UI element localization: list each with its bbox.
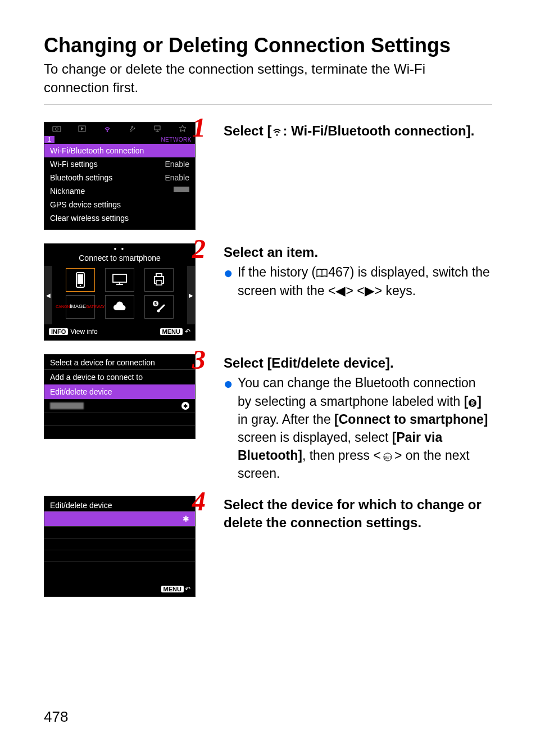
- svg-point-5: [276, 134, 278, 136]
- menu-row-nickname-label: Nickname: [50, 187, 85, 196]
- step-3-bullet: ● You can change the Bluetooth connectio…: [224, 374, 492, 482]
- step-1: 1 NETWORK Wi-Fi/Bluetooth connection Wi-…: [44, 122, 492, 230]
- info-button: INFOView info: [49, 328, 98, 336]
- step-3-bullet-a: You can change the Bluetooth connection …: [238, 375, 476, 408]
- cell-image-gateway-icon: CANONiMAGEGATEWAY: [66, 295, 95, 319]
- step-number-1: 1: [192, 114, 206, 141]
- menu-back-button: MENU↶: [161, 585, 190, 593]
- svg-rect-0: [53, 126, 61, 132]
- cell-monitor-icon: [105, 268, 134, 292]
- menu-row-gps: GPS device settings: [44, 198, 195, 211]
- step-2-bullet: ● If the history (467) is displayed, swi…: [224, 263, 492, 299]
- svg-text:SET: SET: [384, 455, 392, 459]
- step-number-2: 2: [192, 236, 206, 262]
- bluetooth-indicator-icon: ✱: [183, 514, 189, 523]
- row-add-device: Add a device to connect to: [44, 370, 195, 384]
- step-3-title: Select [Edit/delete device].: [224, 354, 492, 372]
- row-edit-delete: Edit/delete device: [44, 384, 195, 399]
- screenshot-connect-smartphone: ● ● Connect to smartphone ◀ CANONiMAGEGA…: [44, 243, 196, 341]
- menu-row-wifi-bt-label: Wi-Fi/Bluetooth connection: [50, 146, 144, 155]
- screenshot-edit-delete-device: Edit/delete device ✱ MENU↶: [44, 496, 196, 597]
- step-3-bullet-text: You can change the Bluetooth connection …: [238, 374, 492, 482]
- cell-printer-icon: [144, 268, 174, 292]
- menu-row-nickname: Nickname: [44, 184, 195, 198]
- menu-back-button: MENU↶: [160, 328, 190, 336]
- menu-row-clear: Clear wireless settings: [44, 211, 195, 225]
- tab-play-icon: [70, 123, 95, 135]
- step-2-bullet-ref: 467: [328, 265, 349, 279]
- shot3-heading: Select a device for connection: [44, 355, 195, 369]
- bullet-dot-icon: ●: [224, 374, 238, 482]
- page-number: 478: [44, 708, 68, 726]
- step-1-title: Select [: Wi-Fi/Bluetooth connection].: [224, 122, 492, 139]
- svg-rect-4: [155, 126, 160, 130]
- svg-point-3: [107, 130, 108, 132]
- step-4: Edit/delete device ✱ MENU↶ 4 Select the …: [44, 496, 492, 597]
- bluetooth-icon: [468, 399, 477, 408]
- menu-row-wifi-settings: Wi-Fi settingsEnable: [44, 157, 195, 171]
- row-edit-delete-label: Edit/delete device: [50, 387, 112, 396]
- step-2: ● ● Connect to smartphone ◀ CANONiMAGEGA…: [44, 243, 492, 341]
- step-1-title-post: : Wi-Fi/Bluetooth connection].: [283, 123, 474, 138]
- step-3-bullet-c: [Connect to smartphone]: [334, 412, 488, 427]
- svg-point-13: [157, 310, 160, 313]
- svg-rect-9: [113, 274, 126, 282]
- menu-row-bt-settings-val: Enable: [165, 173, 189, 182]
- page-title: Changing or Deleting Connection Settings: [44, 34, 492, 57]
- menu-row-clear-label: Clear wireless settings: [50, 214, 129, 223]
- step-3-bullet-f: , then press <: [302, 448, 381, 463]
- svg-rect-11: [156, 280, 162, 285]
- step-number-3: 3: [192, 346, 206, 373]
- subtab-label: NETWORK: [54, 137, 195, 143]
- page-dots: ● ●: [44, 244, 195, 253]
- tab-wireless-icon: [94, 123, 120, 135]
- step-3: Select a device for connection Add a dev…: [44, 354, 492, 482]
- menu-row-wifi-bt: Wi-Fi/Bluetooth connection: [44, 144, 195, 157]
- tab-star-icon: [170, 123, 195, 135]
- svg-rect-7: [78, 274, 83, 284]
- menu-row-bt-settings: Bluetooth settingsEnable: [44, 171, 195, 184]
- step-2-title: Select an item.: [224, 243, 492, 261]
- book-icon: [316, 268, 328, 278]
- cell-cloud-icon: [105, 295, 134, 319]
- row-device-entry: ✱: [44, 399, 195, 413]
- shot2-heading: Connect to smartphone: [44, 253, 195, 266]
- tab-display-icon: [145, 123, 170, 135]
- step-3-bullet-d: screen is displayed, select: [238, 430, 392, 445]
- divider: [44, 105, 492, 105]
- shot4-heading: Edit/delete device: [44, 496, 195, 511]
- set-button-icon: SET: [381, 452, 394, 461]
- intro-text: To change or delete the connection setti…: [44, 60, 492, 97]
- row-add-device-label: Add a device to connect to: [50, 373, 143, 382]
- menu-row-gps-label: GPS device settings: [50, 200, 121, 209]
- step-1-title-pre: Select [: [224, 123, 271, 138]
- screenshot-network-menu: 1 NETWORK Wi-Fi/Bluetooth connection Wi-…: [44, 122, 196, 230]
- grid-left-arrow: ◀: [44, 266, 52, 324]
- info-text: View info: [70, 328, 97, 336]
- screenshot-select-device: Select a device for connection Add a dev…: [44, 354, 196, 439]
- step-2-bullet-text: If the history (467) is displayed, switc…: [238, 263, 492, 299]
- cell-bluetooth-remote-icon: [144, 295, 174, 319]
- subtab-page-num: 1: [44, 136, 54, 143]
- menu-row-bt-settings-label: Bluetooth settings: [50, 173, 112, 182]
- tab-wrench-icon: [120, 123, 145, 135]
- menu-row-wifi-settings-val: Enable: [165, 160, 189, 169]
- menu-badge: MENU: [160, 328, 183, 335]
- row-device-selected: ✱: [44, 511, 195, 526]
- step-number-4: 4: [192, 488, 206, 515]
- info-badge: INFO: [49, 328, 68, 335]
- bluetooth-indicator-icon: ✱: [181, 402, 189, 410]
- wireless-icon: [271, 127, 283, 137]
- menu-badge: MENU: [161, 586, 184, 592]
- grid-right-arrow: ▶: [187, 266, 195, 324]
- menu-row-wifi-settings-label: Wi-Fi settings: [50, 160, 98, 169]
- cell-smartphone-icon: [66, 268, 95, 292]
- step-2-bullet-pre: If the history (: [238, 265, 316, 279]
- nickname-value-redacted: [174, 187, 189, 192]
- tab-camera-icon: [44, 123, 70, 135]
- svg-point-8: [80, 285, 81, 286]
- bullet-dot-icon: ●: [224, 263, 238, 299]
- step-3-bullet-b: in gray. After the: [238, 412, 334, 427]
- step-4-title: Select the device for which to change or…: [224, 496, 492, 531]
- device-name-redacted: [50, 402, 84, 409]
